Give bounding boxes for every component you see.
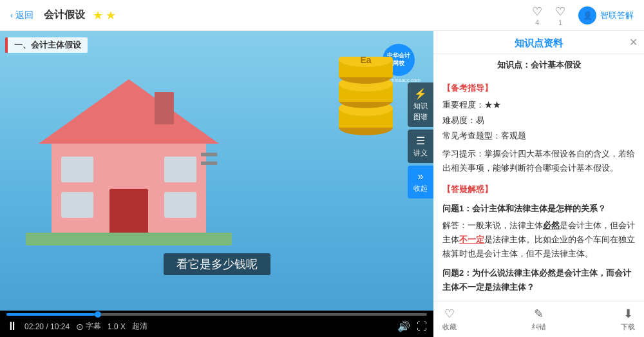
panel-tabs: 知识点资料	[433, 31, 644, 54]
collect-button[interactable]: ♡ 收藏	[442, 307, 457, 332]
video-area: 一、会计主体假设 中华会计网校 www.chinaacc.com	[0, 31, 433, 337]
controls-row: ⏸ 02:20 / 10:24 ⊙ 字幕 1.0 X 超清 🔊	[6, 320, 427, 333]
collect-label: 收藏	[442, 322, 457, 332]
svg-text:Ea: Ea	[360, 57, 371, 65]
dislike-count: 1	[558, 19, 562, 26]
difficulty-row: 难易度：易	[442, 113, 635, 128]
svg-rect-2	[109, 189, 148, 234]
progress-dot	[95, 311, 101, 318]
error-icon: ✎	[534, 307, 544, 321]
svg-rect-7	[155, 92, 174, 124]
fullscreen-button[interactable]: ⛶	[417, 321, 427, 332]
section2-title: 【答疑解惑】	[442, 182, 635, 197]
equals-sign: =	[200, 140, 218, 178]
back-icon: ‹	[10, 11, 13, 20]
back-label: 返回	[15, 10, 33, 21]
knowledge-label2: 图谱	[413, 112, 428, 122]
collect-icon: ♡	[444, 307, 455, 321]
speed-button[interactable]: 1.0 X	[108, 322, 126, 331]
subtitle-button[interactable]: ⊙ 字幕	[76, 321, 101, 332]
time-display: 02:20 / 10:24	[24, 322, 70, 331]
a1-must: 必然	[543, 220, 560, 230]
user-label: 智联答解	[600, 10, 634, 21]
top-bar: ‹ 返回 会计假设 ★ ★ ♡ 4 ♡ 1 👤 智联答解	[0, 0, 644, 31]
svg-rect-4	[61, 192, 93, 218]
svg-rect-8	[26, 233, 232, 246]
importance-row: 重要程度：★★	[442, 98, 635, 112]
star-1: ★	[93, 8, 103, 23]
subtitle-text: 看它是多少钱呢	[164, 253, 270, 275]
user-button[interactable]: 👤 智联答解	[578, 6, 634, 24]
subtitle-label: 字幕	[86, 321, 101, 332]
svg-rect-5	[164, 157, 196, 182]
download-button[interactable]: ⬇ 下载	[621, 307, 635, 332]
user-avatar: 👤	[578, 6, 596, 24]
dislike-button[interactable]: ♡ 1	[555, 5, 565, 26]
dislike-icon: ♡	[555, 5, 565, 19]
hint-text: 学习提示：掌握会计四大基本假设各自的含义，若给出相关事项，能够判断符合哪项会计基…	[442, 147, 635, 175]
a1-not: 不一定	[459, 235, 484, 244]
handout-button[interactable]: ☰ 讲义	[408, 130, 433, 163]
download-icon: ⬇	[623, 307, 633, 321]
coins-illustration: Ea	[334, 57, 398, 140]
svg-rect-6	[164, 192, 196, 218]
avatar-icon: 👤	[583, 11, 592, 20]
main-content: 一、会计主体假设 中华会计网校 www.chinaacc.com	[0, 31, 644, 337]
error-label: 纠错	[532, 322, 546, 332]
importance-label: 重要程度：★★	[442, 100, 501, 110]
video-controls: ⏸ 02:20 / 10:24 ⊙ 字幕 1.0 X 超清 🔊	[0, 311, 433, 337]
progress-filled	[6, 313, 95, 316]
svg-rect-3	[61, 157, 93, 182]
knowledge-map-button[interactable]: ⚡ 知识 图谱	[408, 82, 433, 127]
quality-label: 超清	[132, 321, 147, 332]
side-buttons: ⚡ 知识 图谱 ☰ 讲义 » 收起	[408, 82, 433, 198]
video-subtitle: 看它是多少钱呢	[0, 253, 433, 275]
video-background: 一、会计主体假设 中华会计网校 www.chinaacc.com	[0, 31, 433, 311]
right-panel: ✕ 知识点资料 知识点：会计基本假设 【备考指导】 重要程度：★★ 难易度：易 …	[433, 31, 644, 337]
download-label: 下载	[621, 322, 635, 332]
quality-button[interactable]: 超清	[132, 321, 147, 332]
difficulty-label: 难易度：易	[442, 115, 484, 125]
like-count: 4	[535, 19, 539, 26]
q1-title: 问题1：会计主体和法律主体是怎样的关系？	[442, 202, 635, 216]
panel-content: 【备考指导】 重要程度：★★ 难易度：易 常见考查题型：客观题 学习提示：掌握会…	[433, 73, 644, 301]
video-wrapper[interactable]: 一、会计主体假设 中华会计网校 www.chinaacc.com	[0, 31, 433, 311]
play-button[interactable]: ⏸	[6, 320, 18, 333]
knowledge-tab[interactable]: 知识点资料	[515, 37, 563, 50]
handout-label: 讲义	[413, 148, 428, 158]
top-right-actions: ♡ 4 ♡ 1 👤 智联答解	[532, 5, 634, 26]
collapse-button[interactable]: » 收起	[408, 166, 433, 198]
star-2: ★	[106, 8, 116, 23]
star-rating: ★ ★	[93, 8, 116, 23]
page-title: 会计假设	[44, 8, 85, 22]
svg-marker-0	[39, 79, 219, 144]
panel-bottom: ♡ 收藏 ✎ 纠错 ⬇ 下载	[433, 301, 644, 337]
a1-prefix: 解答：一般来说，法律主体	[442, 220, 543, 230]
knowledge-label: 知识	[413, 101, 428, 111]
panel-subtitle: 知识点：会计基本假设	[433, 54, 644, 73]
section1-title: 【备考指导】	[442, 81, 635, 95]
handout-icon: ☰	[416, 135, 425, 147]
exam-type-label: 常见考查题型：客观题	[442, 131, 526, 140]
progress-bar[interactable]	[6, 313, 427, 316]
subtitle-icon: ⊙	[76, 322, 84, 332]
scene-label: 一、会计主体假设	[5, 37, 88, 53]
panel-close-button[interactable]: ✕	[629, 36, 638, 48]
like-button[interactable]: ♡ 4	[532, 5, 542, 26]
collapse-icon: »	[418, 171, 424, 182]
collapse-label: 收起	[413, 184, 428, 193]
exam-type-row: 常见考查题型：客观题	[442, 129, 635, 143]
like-icon: ♡	[532, 5, 542, 19]
a1-text: 解答：一般来说，法律主体必然是会计主体，但会计主体不一定是法律主体。比如企业的各…	[442, 218, 635, 261]
back-button[interactable]: ‹ 返回	[10, 10, 33, 21]
q2-title: 问题2：为什么说法律主体必然是会计主体，而会计主体不一定是法律主体？	[442, 266, 635, 294]
volume-button[interactable]: 🔊	[397, 320, 410, 332]
error-button[interactable]: ✎ 纠错	[532, 307, 546, 332]
knowledge-icon: ⚡	[414, 88, 427, 100]
speed-label: 1.0 X	[108, 322, 126, 331]
